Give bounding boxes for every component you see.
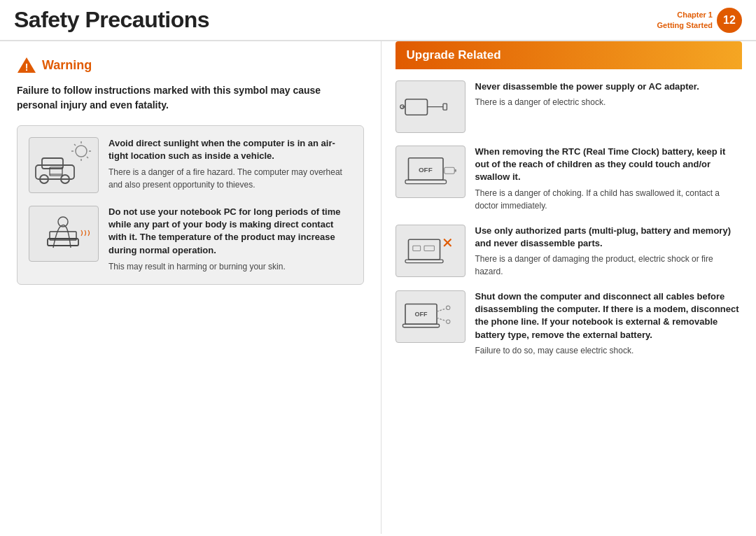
warning-description: Failure to follow instructions marked wi… <box>17 83 364 113</box>
svg-rect-32 <box>412 246 420 251</box>
right-panel: Upgrade Related Never disasse <box>382 41 757 534</box>
page-header: Safety Precautions Chapter 1 Getting Sta… <box>0 0 756 41</box>
svg-rect-35 <box>402 325 439 328</box>
upgrade-item-4-text: Shut down the computer and disconnect al… <box>475 290 743 357</box>
upgrade-items-list: Never disassemble the power supply or AC… <box>396 80 743 357</box>
warning-item-1-normal: There is a danger of a fire hazard. The … <box>108 166 352 191</box>
svg-point-39 <box>446 306 449 310</box>
svg-text:!: ! <box>25 62 29 73</box>
upgrade-item-3-text: Use only authorized parts (multi-plug, b… <box>475 225 743 278</box>
chapter-text: Chapter 1 Getting Started <box>657 10 713 30</box>
svg-rect-33 <box>424 246 434 251</box>
warning-triangle-icon: ! <box>17 55 36 75</box>
upgrade-item-1-text: Never disassemble the power supply or AC… <box>475 80 743 108</box>
upgrade-item-2-text: When removing the RTC (Real Time Clock) … <box>475 146 743 212</box>
upgrade-item-1-image <box>396 80 465 133</box>
upgrade-item-4: OFF Shut down the computer and disconnec… <box>396 290 743 357</box>
upgrade-header: Upgrade Related <box>396 41 743 69</box>
chapter-badge: 12 <box>717 8 742 33</box>
warning-item-2-image <box>29 206 99 262</box>
svg-line-38 <box>437 318 447 322</box>
upgrade-item-4-bold: Shut down the computer and disconnect al… <box>475 290 743 341</box>
upgrade-item-2-image: OFF <box>396 146 465 198</box>
page-title: Safety Precautions <box>14 7 209 33</box>
main-content: ! Warning Failure to follow instructions… <box>0 41 756 534</box>
upgrade-item-3-normal: There is a danger of damaging the produc… <box>475 253 743 278</box>
svg-rect-20 <box>443 104 447 110</box>
svg-line-7 <box>74 144 76 146</box>
upgrade-item-2-normal: There is a danger of choking. If a child… <box>475 187 743 212</box>
svg-rect-27 <box>454 169 456 171</box>
svg-text:OFF: OFF <box>418 166 432 174</box>
warning-item-1-image <box>29 137 99 193</box>
warning-item-2: Do not use your notebook PC for long per… <box>29 206 352 273</box>
warning-item-2-normal: This may result in harming or burning yo… <box>108 260 352 273</box>
warning-items-box: Avoid direct sunlight when the computer … <box>17 125 364 285</box>
svg-line-37 <box>437 309 447 312</box>
svg-point-2 <box>76 146 87 157</box>
upgrade-item-4-normal: Failure to do so, may cause electric sho… <box>475 344 743 357</box>
svg-rect-26 <box>444 167 454 174</box>
svg-rect-18 <box>405 99 428 115</box>
upgrade-item-1: Never disassemble the power supply or AC… <box>396 80 743 133</box>
warning-header: ! Warning <box>17 55 364 75</box>
warning-item-1: Avoid direct sunlight when the computer … <box>29 137 352 193</box>
chapter-info: Chapter 1 Getting Started 12 <box>657 8 742 33</box>
upgrade-item-4-image: OFF <box>396 290 465 343</box>
warning-item-2-text: Do not use your notebook PC for long per… <box>108 206 352 273</box>
upgrade-item-1-normal: There is a danger of electric shock. <box>475 96 743 108</box>
upgrade-item-3-bold: Use only authorized parts (multi-plug, b… <box>475 225 743 250</box>
upgrade-item-2-bold: When removing the RTC (Real Time Clock) … <box>475 146 743 184</box>
svg-text:OFF: OFF <box>414 311 427 318</box>
svg-point-40 <box>446 320 449 323</box>
upgrade-item-3: Use only authorized parts (multi-plug, b… <box>396 225 743 278</box>
upgrade-item-2: OFF When removing the RTC (Real Time Clo… <box>396 146 743 212</box>
warning-item-1-text: Avoid direct sunlight when the computer … <box>108 137 352 193</box>
warning-item-2-bold: Do not use your notebook PC for long per… <box>108 206 352 257</box>
svg-line-8 <box>87 157 88 158</box>
warning-item-1-bold: Avoid direct sunlight when the computer … <box>108 137 352 162</box>
svg-rect-29 <box>405 260 443 263</box>
upgrade-item-1-bold: Never disassemble the power supply or AC… <box>475 80 743 93</box>
warning-label: Warning <box>42 58 92 73</box>
left-panel: ! Warning Failure to follow instructions… <box>0 41 382 534</box>
upgrade-item-3-image <box>396 225 465 277</box>
